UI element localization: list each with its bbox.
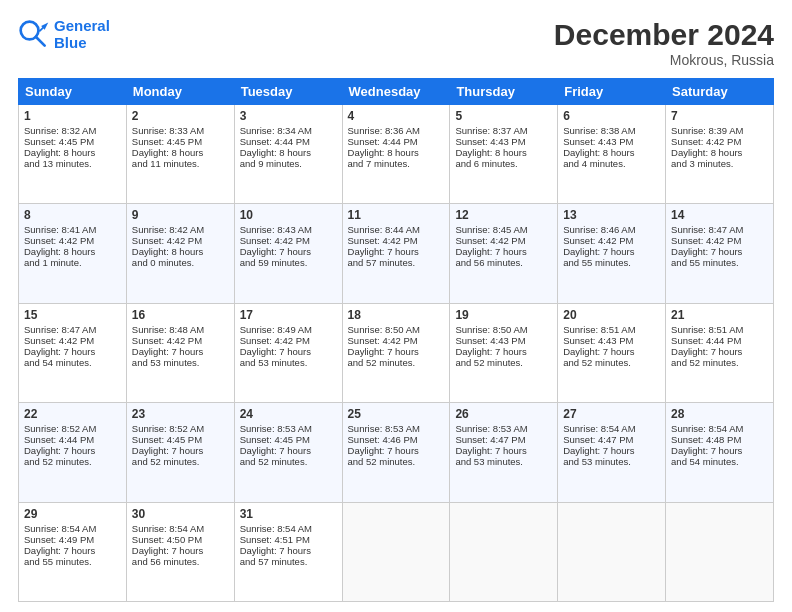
day-info: Sunset: 4:45 PM — [240, 434, 337, 445]
day-info: and 56 minutes. — [132, 556, 229, 567]
day-info: and 57 minutes. — [348, 257, 445, 268]
day-info: Sunrise: 8:53 AM — [455, 423, 552, 434]
day-info: and 0 minutes. — [132, 257, 229, 268]
calendar-cell: 13Sunrise: 8:46 AMSunset: 4:42 PMDayligh… — [558, 204, 666, 303]
weekday-header-monday: Monday — [126, 79, 234, 105]
day-info: Sunset: 4:47 PM — [563, 434, 660, 445]
day-info: and 53 minutes. — [455, 456, 552, 467]
day-info: Sunrise: 8:50 AM — [455, 324, 552, 335]
calendar-cell: 31Sunrise: 8:54 AMSunset: 4:51 PMDayligh… — [234, 502, 342, 601]
day-info: Daylight: 7 hours — [348, 445, 445, 456]
day-info: Sunset: 4:45 PM — [132, 434, 229, 445]
day-info: Sunset: 4:44 PM — [671, 335, 768, 346]
day-info: Daylight: 8 hours — [455, 147, 552, 158]
day-info: and 52 minutes. — [132, 456, 229, 467]
day-info: Sunrise: 8:49 AM — [240, 324, 337, 335]
day-info: Sunset: 4:44 PM — [24, 434, 121, 445]
day-info: Sunrise: 8:54 AM — [240, 523, 337, 534]
day-info: Daylight: 7 hours — [240, 445, 337, 456]
month-title: December 2024 — [554, 18, 774, 52]
day-info: Sunrise: 8:37 AM — [455, 125, 552, 136]
calendar-cell — [666, 502, 774, 601]
day-number: 2 — [132, 109, 229, 123]
day-info: Sunset: 4:44 PM — [348, 136, 445, 147]
day-info: Daylight: 8 hours — [563, 147, 660, 158]
day-info: Sunset: 4:45 PM — [24, 136, 121, 147]
day-info: Sunrise: 8:41 AM — [24, 224, 121, 235]
day-info: and 52 minutes. — [455, 357, 552, 368]
day-info: and 53 minutes. — [132, 357, 229, 368]
day-info: Daylight: 7 hours — [240, 346, 337, 357]
day-number: 20 — [563, 308, 660, 322]
day-info: Sunset: 4:43 PM — [455, 335, 552, 346]
day-number: 14 — [671, 208, 768, 222]
day-info: Sunrise: 8:53 AM — [240, 423, 337, 434]
day-info: Sunset: 4:50 PM — [132, 534, 229, 545]
calendar-cell: 15Sunrise: 8:47 AMSunset: 4:42 PMDayligh… — [19, 303, 127, 402]
day-info: Sunrise: 8:51 AM — [563, 324, 660, 335]
day-number: 23 — [132, 407, 229, 421]
day-info: Sunrise: 8:39 AM — [671, 125, 768, 136]
day-info: Sunrise: 8:54 AM — [563, 423, 660, 434]
day-info: and 56 minutes. — [455, 257, 552, 268]
week-row-2: 8Sunrise: 8:41 AMSunset: 4:42 PMDaylight… — [19, 204, 774, 303]
day-info: Sunset: 4:45 PM — [132, 136, 229, 147]
calendar-cell: 16Sunrise: 8:48 AMSunset: 4:42 PMDayligh… — [126, 303, 234, 402]
day-number: 29 — [24, 507, 121, 521]
calendar-cell: 28Sunrise: 8:54 AMSunset: 4:48 PMDayligh… — [666, 403, 774, 502]
svg-line-1 — [36, 36, 45, 45]
week-row-5: 29Sunrise: 8:54 AMSunset: 4:49 PMDayligh… — [19, 502, 774, 601]
weekday-header-thursday: Thursday — [450, 79, 558, 105]
location: Mokrous, Russia — [554, 52, 774, 68]
day-number: 25 — [348, 407, 445, 421]
calendar-cell: 7Sunrise: 8:39 AMSunset: 4:42 PMDaylight… — [666, 105, 774, 204]
day-info: Sunset: 4:44 PM — [240, 136, 337, 147]
day-info: Daylight: 8 hours — [348, 147, 445, 158]
day-info: Sunset: 4:42 PM — [348, 235, 445, 246]
day-info: and 53 minutes. — [563, 456, 660, 467]
day-info: Daylight: 7 hours — [240, 545, 337, 556]
calendar-cell: 24Sunrise: 8:53 AMSunset: 4:45 PMDayligh… — [234, 403, 342, 502]
calendar-cell: 17Sunrise: 8:49 AMSunset: 4:42 PMDayligh… — [234, 303, 342, 402]
logo: General Blue — [18, 18, 110, 51]
day-info: Sunset: 4:42 PM — [671, 235, 768, 246]
day-info: Daylight: 8 hours — [132, 147, 229, 158]
day-number: 18 — [348, 308, 445, 322]
day-info: Daylight: 7 hours — [563, 445, 660, 456]
day-info: Sunset: 4:42 PM — [240, 335, 337, 346]
day-info: Sunset: 4:42 PM — [563, 235, 660, 246]
calendar-cell — [450, 502, 558, 601]
day-info: and 13 minutes. — [24, 158, 121, 169]
day-info: and 9 minutes. — [240, 158, 337, 169]
day-info: and 7 minutes. — [348, 158, 445, 169]
day-info: Daylight: 7 hours — [24, 346, 121, 357]
calendar-cell — [558, 502, 666, 601]
day-info: Daylight: 8 hours — [24, 147, 121, 158]
day-info: Sunset: 4:46 PM — [348, 434, 445, 445]
day-info: Daylight: 7 hours — [455, 246, 552, 257]
calendar-cell: 22Sunrise: 8:52 AMSunset: 4:44 PMDayligh… — [19, 403, 127, 502]
day-info: Daylight: 8 hours — [132, 246, 229, 257]
day-number: 16 — [132, 308, 229, 322]
day-info: and 6 minutes. — [455, 158, 552, 169]
day-number: 1 — [24, 109, 121, 123]
day-info: Sunrise: 8:54 AM — [24, 523, 121, 534]
day-info: Daylight: 7 hours — [24, 545, 121, 556]
day-info: and 59 minutes. — [240, 257, 337, 268]
day-info: Sunrise: 8:54 AM — [132, 523, 229, 534]
day-number: 10 — [240, 208, 337, 222]
day-info: Daylight: 7 hours — [671, 246, 768, 257]
calendar-cell: 11Sunrise: 8:44 AMSunset: 4:42 PMDayligh… — [342, 204, 450, 303]
day-info: Sunset: 4:42 PM — [24, 235, 121, 246]
day-info: Sunrise: 8:51 AM — [671, 324, 768, 335]
day-number: 17 — [240, 308, 337, 322]
calendar-cell: 3Sunrise: 8:34 AMSunset: 4:44 PMDaylight… — [234, 105, 342, 204]
day-info: Sunrise: 8:47 AM — [24, 324, 121, 335]
day-info: Daylight: 7 hours — [132, 545, 229, 556]
day-info: Daylight: 7 hours — [132, 445, 229, 456]
day-info: Sunrise: 8:45 AM — [455, 224, 552, 235]
calendar-cell: 26Sunrise: 8:53 AMSunset: 4:47 PMDayligh… — [450, 403, 558, 502]
day-info: and 52 minutes. — [671, 357, 768, 368]
calendar-cell: 23Sunrise: 8:52 AMSunset: 4:45 PMDayligh… — [126, 403, 234, 502]
day-info: and 55 minutes. — [24, 556, 121, 567]
